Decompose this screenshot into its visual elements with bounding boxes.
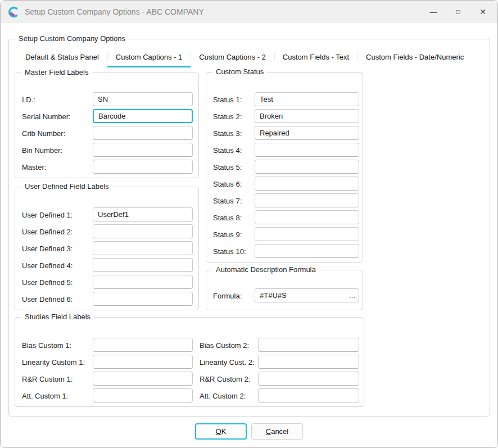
window-controls: — □ ✕ (421, 1, 495, 23)
user-defined-2-input[interactable] (93, 224, 193, 238)
field-label: R&R Custom 1: (22, 374, 73, 383)
field-row: Status 10: (213, 244, 358, 258)
field-label: Formula: (213, 291, 242, 300)
formula-group-title: Automatic Description Formula (212, 265, 319, 274)
user-defined-field-labels-group: User Defined Field Labels User Defined 1… (15, 187, 199, 310)
tab-custom-fields-text[interactable]: Custom Fields - Text (274, 48, 357, 67)
status-3-input[interactable] (255, 126, 359, 140)
field-row: Linearity Custom 1: Linearity Cust. 2: (22, 355, 359, 369)
status-10-input[interactable] (255, 244, 359, 258)
field-label: Status 4: (213, 146, 242, 154)
field-row: Master: (22, 160, 194, 174)
setup-options-group: Setup Custom Company Options Default & S… (8, 39, 490, 417)
dialog-button-bar: OK Cancel (1, 423, 497, 440)
field-row: Status 9: (213, 227, 358, 241)
status-4-input[interactable] (255, 143, 359, 157)
field-row: User Defined 5: (22, 275, 194, 289)
crib-number-input[interactable] (93, 126, 193, 140)
field-row: Status 5: (213, 160, 358, 174)
field-row: Status 1: (213, 92, 358, 106)
field-label: Status 8: (213, 213, 242, 221)
user-defined-1-input[interactable] (93, 207, 193, 221)
field-label: Bin Number: (22, 146, 62, 154)
rr-custom-1-input[interactable] (93, 372, 193, 386)
ok-button[interactable]: OK (195, 423, 247, 440)
field-label: Bias Custom 2: (200, 341, 249, 349)
user-defined-3-input[interactable] (93, 241, 193, 255)
tab-strip: Default & Status Panel Custom Captions -… (17, 48, 472, 67)
bias-custom-2-input[interactable] (258, 338, 359, 352)
field-label: Status 1: (213, 95, 242, 103)
field-label: Linearity Cust. 2: (200, 358, 255, 366)
field-row: User Defined 3: (22, 241, 194, 255)
field-label: Serial Number: (22, 112, 71, 120)
bin-number-input[interactable] (93, 143, 193, 157)
field-row: Status 2: (213, 109, 358, 123)
master-group-title: Master Field Labels (21, 68, 92, 76)
field-label: Status 2: (213, 112, 242, 120)
field-row: User Defined 2: (22, 224, 194, 238)
field-row: User Defined 6: (22, 292, 194, 306)
field-label: User Defined 1: (22, 210, 73, 219)
bias-custom-1-input[interactable] (93, 338, 193, 352)
field-row: User Defined 4: (22, 258, 194, 272)
close-button[interactable]: ✕ (470, 1, 495, 23)
field-label: User Defined 6: (22, 295, 73, 303)
field-label: User Defined 2: (22, 227, 73, 236)
field-row: Bin Number: (22, 143, 194, 157)
serial-number-input[interactable] (93, 109, 193, 123)
ok-button-label: K (221, 427, 227, 436)
field-row: I.D.: (22, 92, 194, 106)
status-5-input[interactable] (255, 160, 359, 174)
att-custom-2-input[interactable] (258, 388, 359, 402)
linearity-custom-2-input[interactable] (258, 355, 359, 369)
field-label: Crib Number: (22, 129, 65, 137)
tab-default-status-panel[interactable]: Default & Status Panel (17, 48, 107, 67)
field-label: Status 10: (213, 247, 246, 255)
field-label: User Defined 3: (22, 244, 73, 252)
field-row: Formula: … (213, 288, 358, 302)
field-label: Status 3: (213, 129, 242, 137)
field-label: Linearity Custom 1: (22, 358, 85, 366)
status-8-input[interactable] (255, 210, 359, 224)
custom-status-group-title: Custom Status (212, 67, 267, 76)
studies-field-labels-group: Studies Field Labels Bias Custom 1: Bias… (15, 317, 364, 407)
tab-custom-captions-1[interactable]: Custom Captions - 1 (107, 48, 191, 67)
status-6-input[interactable] (255, 177, 359, 191)
field-label: Status 7: (213, 196, 242, 205)
title-bar: Setup Custom Company Options - ABC COMPA… (1, 1, 497, 23)
linearity-custom-1-input[interactable] (93, 355, 193, 369)
user-defined-6-input[interactable] (93, 292, 193, 306)
field-label: Status 6: (213, 179, 242, 188)
formula-browse-button[interactable]: … (347, 290, 357, 301)
automatic-description-formula-group: Automatic Description Formula Formula: … (206, 270, 363, 310)
custom-status-group: Custom Status Status 1: Status 2: Status… (206, 72, 363, 263)
tab-custom-captions-2[interactable]: Custom Captions - 2 (191, 48, 274, 67)
field-row: Status 4: (213, 143, 358, 157)
field-row: User Defined 1: (22, 207, 194, 221)
field-row: Bias Custom 1: Bias Custom 2: (22, 338, 359, 352)
field-label: Master: (22, 162, 46, 171)
tab-custom-fields-date-numeric[interactable]: Custom Fields - Date/Numeric (357, 48, 472, 67)
minimize-button[interactable]: — (421, 1, 446, 23)
user-defined-5-input[interactable] (93, 275, 193, 289)
formula-input[interactable] (255, 288, 359, 302)
dialog-window: Setup Custom Company Options - ABC COMPA… (0, 0, 498, 448)
master-input[interactable] (93, 160, 193, 174)
status-9-input[interactable] (255, 227, 359, 241)
field-label: User Defined 4: (22, 261, 73, 269)
cancel-button-accesskey: C (266, 427, 271, 436)
cancel-button-label: ancel (271, 427, 288, 436)
att-custom-1-input[interactable] (93, 388, 193, 402)
maximize-button[interactable]: □ (446, 1, 470, 23)
status-2-input[interactable] (255, 109, 359, 123)
user-defined-4-input[interactable] (93, 258, 193, 272)
id-input[interactable] (93, 92, 193, 106)
field-label: Att. Custom 1: (22, 391, 68, 400)
rr-custom-2-input[interactable] (258, 372, 359, 386)
field-label: Bias Custom 1: (22, 341, 71, 349)
status-1-input[interactable] (255, 92, 359, 106)
cancel-button[interactable]: Cancel (251, 423, 303, 440)
status-7-input[interactable] (255, 193, 359, 207)
field-label: User Defined 5: (22, 278, 73, 286)
